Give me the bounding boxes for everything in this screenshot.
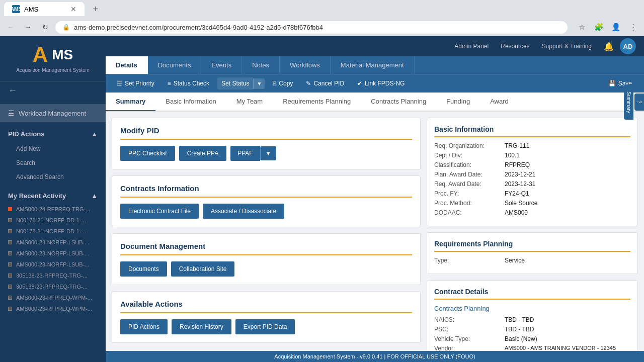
type-label: Type: xyxy=(434,257,505,264)
sidebar-advanced-search[interactable]: Advanced Search xyxy=(0,170,106,184)
recent-item-text: AMS000-23-NORFP-LSUB-... xyxy=(16,239,89,245)
cancel-pid-label: Cancel PID xyxy=(313,80,344,87)
browser-tab[interactable]: AMS AMS ✕ xyxy=(4,2,85,16)
list-item[interactable]: AMS000-23-RFPREQ-WPM-... xyxy=(0,303,106,314)
tab-documents[interactable]: Documents xyxy=(148,56,202,74)
pid-actions-header[interactable]: PID Actions ▲ xyxy=(0,126,106,142)
set-status-arrow[interactable]: ▼ xyxy=(253,78,265,89)
recent-activity-header[interactable]: My Recent Activity ▲ xyxy=(0,188,106,204)
sub-tab-requirements-planning[interactable]: Requirements Planning xyxy=(273,93,361,112)
requirements-planning-card: Requirements Planning Type: Service xyxy=(427,232,638,274)
pid-actions-button[interactable]: PID Actions xyxy=(120,319,168,334)
tab-material-management[interactable]: Material Management xyxy=(331,56,415,74)
user-avatar[interactable]: AD xyxy=(620,38,636,54)
tab-events[interactable]: Events xyxy=(201,56,242,74)
new-tab-button[interactable]: + xyxy=(89,2,103,16)
sub-tab-summary[interactable]: Summary xyxy=(106,93,155,112)
address-bar[interactable]: 🔒 ams-demo.precisedevnet.com/procurement… xyxy=(55,21,568,34)
support-training-link[interactable]: Support & Training xyxy=(542,43,592,50)
recent-item-text: N00178-21-NORFP-DD-1-... xyxy=(16,228,86,234)
priority-icon: ☰ xyxy=(117,80,122,87)
workload-icon: ☰ xyxy=(8,109,15,117)
status-check-button[interactable]: ≡ Status Check xyxy=(163,77,214,89)
revision-history-button[interactable]: Revision History xyxy=(172,319,231,334)
sidebar-search[interactable]: Search xyxy=(0,156,106,170)
logo-a-letter: A xyxy=(33,44,48,65)
refresh-button[interactable]: ↻ xyxy=(38,20,52,34)
admin-panel-link[interactable]: Admin Panel xyxy=(454,43,489,50)
status-check-label: Status Check xyxy=(174,80,209,87)
save-icon: 💾 xyxy=(608,80,616,87)
collaboration-site-button[interactable]: Collaboration Site xyxy=(171,261,235,277)
tab-workflows[interactable]: Workflows xyxy=(280,56,331,74)
help-side-panel[interactable]: ? xyxy=(634,94,644,111)
recent-dot-icon xyxy=(8,218,12,222)
recent-dot-icon xyxy=(8,240,12,244)
list-item[interactable]: N00178-21-NORFP-DD-1-... xyxy=(0,215,106,226)
ppaf-dropdown-button[interactable]: ▼ xyxy=(260,146,276,160)
associate-disassociate-button[interactable]: Associate / Disassociate xyxy=(203,204,284,219)
back-button[interactable]: ← xyxy=(4,20,18,34)
list-item[interactable]: AMS000-23-RFPREQ-WPM-... xyxy=(0,292,106,303)
link-fpds-ng-button[interactable]: ✔ Link FPDS-NG xyxy=(352,77,410,89)
create-ppa-button[interactable]: Create PPA xyxy=(179,146,226,161)
sub-tab-my-team[interactable]: My Team xyxy=(226,93,273,112)
app-logo: A MS Acquisition Management System xyxy=(0,36,106,81)
export-pid-data-button[interactable]: Export PID Data xyxy=(235,319,295,334)
list-item[interactable]: AMS000-24-RFPREQ-TRG-... xyxy=(0,204,106,215)
resources-link[interactable]: Resources xyxy=(501,43,529,50)
copy-button[interactable]: ⎘ Copy xyxy=(268,77,298,89)
naics-label: NAICS: xyxy=(434,316,505,323)
list-item[interactable]: N00178-21-NORFP-DD-1-... xyxy=(0,226,106,237)
recent-dot-icon xyxy=(8,229,12,233)
link-icon: ✔ xyxy=(357,80,362,87)
list-item[interactable]: AMS000-23-NORFP-LSUB-... xyxy=(0,237,106,248)
electronic-contract-file-button[interactable]: Electronic Contract File xyxy=(120,204,199,219)
sidebar-item-workload-management[interactable]: ☰ Workload Management xyxy=(0,104,106,122)
summary-side-panel[interactable]: Summary xyxy=(624,84,633,120)
contracts-planning-link[interactable]: Contracts Planning xyxy=(434,305,490,312)
sidebar-back-button[interactable]: ← xyxy=(0,81,106,100)
tab-details[interactable]: Details xyxy=(106,56,148,74)
plan-award-date-label: Plan. Award Date: xyxy=(434,171,505,178)
ppaf-button[interactable]: PPAF xyxy=(230,146,260,161)
req-award-date-label: Req. Award Date: xyxy=(434,180,505,188)
sidebar-add-new[interactable]: Add New xyxy=(0,142,106,156)
status-check-icon: ≡ xyxy=(168,80,171,87)
tab-close-button[interactable]: ✕ xyxy=(70,5,76,13)
list-item[interactable]: AMS000-23-NORFP-LSUB-... xyxy=(0,259,106,270)
set-priority-button[interactable]: ☰ Set Priority xyxy=(112,77,159,89)
set-status-dropdown[interactable]: Set Status ▼ xyxy=(217,77,265,89)
dept-div-label: Dept / Div: xyxy=(434,152,505,159)
req-org-value: TRG-111 xyxy=(505,142,529,149)
notifications-bell-icon[interactable]: 🔔 xyxy=(604,42,614,51)
vendor-value: AMS000 - AMS TRAINING VENDOR - 12345 Exp… xyxy=(505,345,630,351)
documents-button[interactable]: Documents xyxy=(120,261,167,277)
ppc-checklist-button[interactable]: PPC Checklist xyxy=(120,146,175,161)
lock-icon: 🔒 xyxy=(62,24,70,31)
proc-fy-label: Proc. FY: xyxy=(434,190,505,197)
recent-item-text: AMS000-23-NORFP-LSUB-... xyxy=(16,250,89,256)
browser-extensions-icon[interactable]: 🧩 xyxy=(592,20,606,34)
browser-profile-icon[interactable]: 👤 xyxy=(609,20,623,34)
forward-button[interactable]: → xyxy=(21,20,35,34)
tab-notes[interactable]: Notes xyxy=(242,56,280,74)
recent-item-text: AMS000-24-RFPREQ-TRG-... xyxy=(16,206,90,212)
list-item[interactable]: 305138-23-RFPREQ-TRG-... xyxy=(0,270,106,281)
url-text: ams-demo.precisedevnet.com/procurement/3… xyxy=(74,24,323,31)
cancel-pid-button[interactable]: ✎ Cancel PID xyxy=(301,77,349,89)
status-bar: Acquisition Management System - v9.0.0.4… xyxy=(106,351,644,362)
bookmark-star-icon[interactable]: ☆ xyxy=(575,20,589,34)
list-item[interactable]: AMS000-23-NORFP-LSUB-... xyxy=(0,248,106,259)
browser-menu-icon[interactable]: ⋮ xyxy=(626,20,640,34)
sub-tab-basic-information[interactable]: Basic Information xyxy=(155,93,226,112)
left-panel: Modify PID PPC Checklist Create PPA PPAF… xyxy=(112,118,421,345)
sub-tab-funding[interactable]: Funding xyxy=(436,93,480,112)
list-item[interactable]: 305138-23-RFPREQ-TRG-... xyxy=(0,281,106,292)
sub-tab-award[interactable]: Award xyxy=(480,93,519,112)
set-status-button[interactable]: Set Status xyxy=(217,77,253,89)
modify-pid-title: Modify PID xyxy=(120,126,412,140)
link-fpds-ng-label: Link FPDS-NG xyxy=(365,80,405,87)
sub-tab-contracts-planning[interactable]: Contracts Planning xyxy=(361,93,436,112)
recent-item-text: AMS000-23-NORFP-LSUB-... xyxy=(16,261,89,267)
